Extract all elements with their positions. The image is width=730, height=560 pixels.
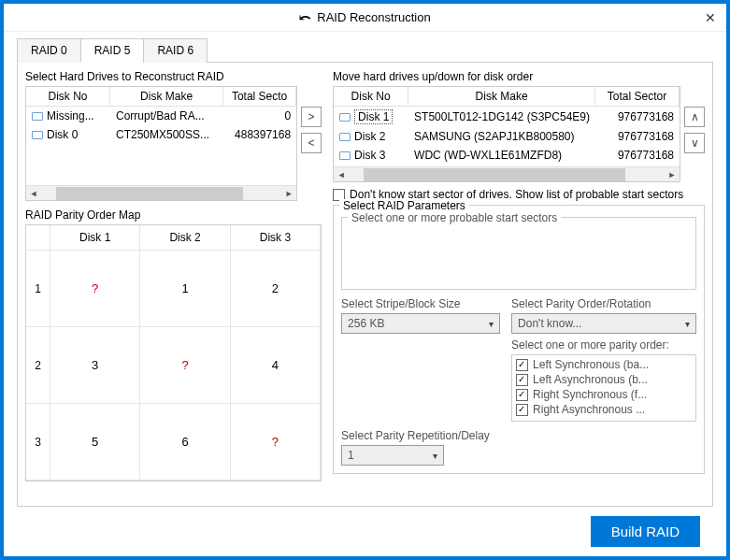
chevron-down-icon: ▾ xyxy=(433,451,437,461)
build-raid-button[interactable]: Build RAID xyxy=(591,516,700,547)
close-button[interactable]: ✕ xyxy=(702,9,719,26)
parity-list-item[interactable]: Left Asynchronous (b... xyxy=(514,372,694,387)
raid-params-label: Select RAID Parameters xyxy=(339,199,469,212)
disk-icon xyxy=(32,131,43,139)
right-label: Move hard drives up/down for disk order xyxy=(333,70,705,83)
parity-list-item[interactable]: Right Asynchronous ... xyxy=(514,402,694,417)
chevron-down-icon: ▾ xyxy=(489,319,494,329)
parity-list-item[interactable]: Right Synchronous (f... xyxy=(514,387,694,402)
table-row[interactable]: Disk 0 CT250MX500SS... 488397168 xyxy=(26,125,296,144)
checkbox[interactable] xyxy=(516,389,528,401)
left-label: Select Hard Drives to Reconstruct RAID xyxy=(25,70,322,83)
parity-col: Disk 2 xyxy=(140,225,230,251)
repetition-label: Select Parity Repetition/Delay xyxy=(341,429,696,442)
tabs: RAID 0 RAID 5 RAID 6 xyxy=(17,37,713,63)
stripe-select[interactable]: 256 KB ▾ xyxy=(341,313,500,334)
parity-map-grid: Disk 1 Disk 2 Disk 3 1 ? 1 2 xyxy=(25,224,322,481)
tab-raid5[interactable]: RAID 5 xyxy=(80,38,145,63)
tab-raid0[interactable]: RAID 0 xyxy=(17,38,81,63)
parity-map-label: RAID Parity Order Map xyxy=(25,208,322,222)
parity-order-label: Select Parity Order/Rotation xyxy=(511,297,696,310)
disk-icon xyxy=(339,133,351,141)
move-left-button[interactable]: < xyxy=(301,133,322,153)
stripe-label: Select Stripe/Block Size xyxy=(341,297,500,310)
parity-list[interactable]: Left Synchronous (ba... Left Asynchronou… xyxy=(511,354,696,422)
table-row[interactable]: Disk 1 ST500LT012-1DG142 (S3PC54E9) 9767… xyxy=(334,107,680,127)
start-sectors-list[interactable] xyxy=(350,229,688,276)
repetition-select[interactable]: 1 ▾ xyxy=(341,445,444,466)
move-up-button[interactable]: ∧ xyxy=(684,107,705,127)
h-scrollbar[interactable]: ◄ ► xyxy=(26,185,296,200)
table-row[interactable]: Disk 3 WDC (WD-WXL1E61MZFD8) 976773168 xyxy=(334,146,680,165)
h-scrollbar[interactable]: ◄ ► xyxy=(334,166,680,181)
disk-icon xyxy=(339,113,351,122)
tab-raid6[interactable]: RAID 6 xyxy=(143,38,208,63)
table-row[interactable]: Missing... Corrupt/Bad RA... 0 xyxy=(26,107,296,125)
window-title: RAID Reconstruction xyxy=(317,10,430,24)
col-total-sector[interactable]: Total Sector xyxy=(595,87,680,107)
col-total-sector[interactable]: Total Secto xyxy=(223,87,296,107)
col-disk-make[interactable]: Disk Make xyxy=(110,87,223,107)
col-disk-no[interactable]: Disk No xyxy=(26,87,110,107)
parity-list-item[interactable]: Left Synchronous (ba... xyxy=(514,357,694,372)
source-disk-table[interactable]: Disk No Disk Make Total Secto Missing...… xyxy=(25,86,297,201)
disk-icon xyxy=(339,151,351,160)
order-disk-table[interactable]: Disk No Disk Make Total Sector Disk 1 ST… xyxy=(333,86,680,182)
start-sectors-label: Select one or more probable start sector… xyxy=(348,211,561,224)
parity-order-select[interactable]: Don't know... ▾ xyxy=(511,313,696,334)
chevron-down-icon: ▾ xyxy=(685,319,690,329)
move-down-button[interactable]: ∨ xyxy=(684,133,705,153)
parity-col: Disk 3 xyxy=(231,225,321,251)
checkbox[interactable] xyxy=(516,359,528,371)
checkbox[interactable] xyxy=(516,404,528,416)
disk-icon xyxy=(32,112,43,121)
parity-col: Disk 1 xyxy=(50,225,140,251)
col-disk-make[interactable]: Disk Make xyxy=(408,87,595,107)
col-disk-no[interactable]: Disk No xyxy=(334,87,408,107)
parity-list-label: Select one or more parity order: xyxy=(511,338,696,352)
move-right-button[interactable]: > xyxy=(301,107,322,127)
table-row[interactable]: Disk 2 SAMSUNG (S2APJ1KB800580) 97677316… xyxy=(334,127,680,146)
checkbox[interactable] xyxy=(516,374,528,386)
titlebar: ⤺ RAID Reconstruction ✕ xyxy=(4,4,726,32)
back-icon: ⤺ xyxy=(299,9,311,26)
